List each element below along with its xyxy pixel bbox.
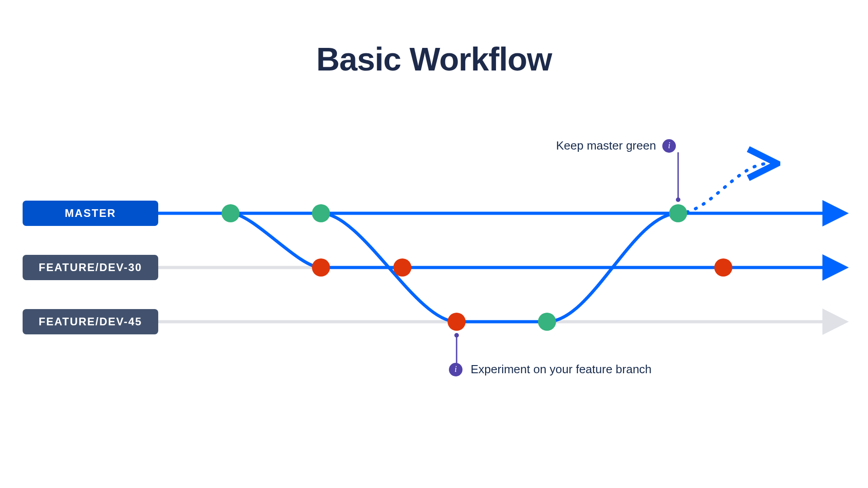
info-icon: i — [449, 363, 462, 376]
git-graph — [0, 78, 868, 484]
commit-f45-2 — [538, 313, 556, 331]
annot-top-dot — [676, 197, 680, 202]
commit-master-2 — [312, 204, 330, 222]
dotted-new-branch — [678, 164, 769, 213]
branch-master-to-f30 — [231, 213, 321, 267]
commit-f30-2 — [393, 258, 411, 277]
page-title: Basic Workflow — [0, 0, 868, 78]
commit-master-1 — [222, 204, 240, 222]
commit-f45-1 — [448, 313, 466, 331]
commit-master-merge — [669, 204, 687, 222]
annotation-top-text: Keep master green — [556, 139, 656, 153]
annotation-bottom: i Experiment on your feature branch — [449, 362, 651, 376]
annotation-top: Keep master green i — [556, 139, 676, 153]
commit-f30-1 — [312, 258, 330, 277]
info-icon: i — [662, 139, 676, 153]
annot-bottom-dot — [454, 333, 459, 338]
annotation-bottom-text: Experiment on your feature branch — [471, 362, 651, 376]
commit-f30-3 — [714, 258, 732, 277]
diagram-stage: MASTER FEATURE/DEV-30 FEATURE/DEV-45 — [0, 78, 868, 484]
